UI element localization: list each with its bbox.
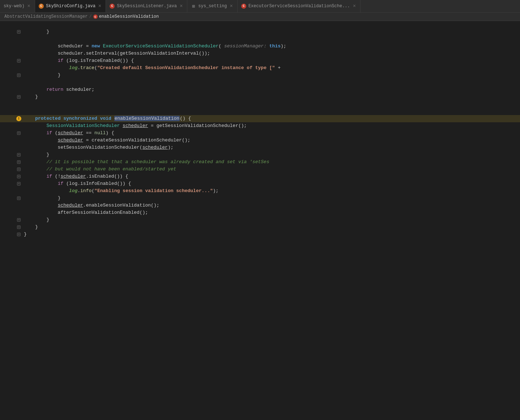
code-line: // it is possible that that a scheduler … [22,158,520,166]
line-number [0,50,15,57]
code-line-row: scheduler.setInterval(getSessionValidati… [0,50,520,57]
code-line: } [22,151,520,158]
line-number [0,122,15,130]
gutter-icons: − [15,195,22,202]
gutter-icons: − [15,231,22,238]
tab-shiro-config[interactable]: C SkyShiroConfig.java × [35,0,106,13]
code-line: afterSessionValidationEnabled(); [22,209,520,216]
code-line-row: − if (log.isTraceEnabled()) { [0,57,520,64]
fold-icon[interactable]: − [17,160,21,164]
gutter-icons [15,35,22,43]
fold-icon[interactable]: − [17,175,21,178]
fold-icon[interactable]: − [17,218,21,222]
fold-icon[interactable]: − [17,73,21,77]
code-line-row: − } [0,216,520,224]
code-line-row [0,108,520,115]
gutter-icons [15,86,22,93]
line-number [0,231,15,238]
code-line: log.trace("Created default SessionValida… [22,64,520,72]
line-number [0,28,15,35]
code-line: if (!scheduler.isEnabled()) { [22,173,520,180]
tab-close-icon[interactable]: × [229,3,234,9]
tab-close-icon[interactable]: × [179,3,183,9]
gutter-icons [15,108,22,115]
gutter-icons [15,187,22,195]
code-line-row: − } [0,93,520,101]
tab-executor[interactable]: C ExecutorServiceSessionValidationSche..… [238,0,361,12]
gutter-icons [15,209,22,216]
fold-icon[interactable]: − [17,59,21,63]
code-line-row: − } [0,28,520,35]
fold-icon[interactable]: − [17,153,21,157]
tab-session-listener[interactable]: C SkySessionListener.java × [106,0,187,12]
code-line-row: scheduler = new ExecutorServiceSessionVa… [0,43,520,50]
gutter-icons [15,137,22,144]
gutter-icons [15,64,22,72]
code-line-row: log.info("Enabling session validation sc… [0,187,520,195]
gutter-icons [15,122,22,130]
code-line-row [0,21,520,28]
tab-type-icon: ⊞ [191,4,196,9]
line-number [0,21,15,28]
line-number [0,158,15,166]
fold-icon[interactable]: − [17,182,21,186]
code-line-row: scheduler = createSessionValidationSched… [0,137,520,144]
code-line: } [22,195,520,202]
fold-icon[interactable]: − [17,225,21,229]
tab-label: SkyShiroConfig.java [46,4,95,9]
line-number [0,79,15,86]
line-number [0,173,15,180]
code-line [22,21,520,28]
code-line-row: − } [0,224,520,231]
fold-icon[interactable]: − [17,167,21,171]
tab-sky-web[interactable]: sky-web) × [0,0,35,12]
line-number [0,115,15,122]
fold-icon[interactable]: − [17,95,21,99]
line-number [0,130,15,137]
tab-close-icon[interactable]: × [27,3,31,9]
tab-sys-setting[interactable]: ⊞ sys_setting × [187,0,238,12]
code-line-row: − if (!scheduler.isEnabled()) { [0,173,520,180]
code-line: // but would not have been enabled/start… [22,166,520,173]
gutter-icons [15,202,22,209]
line-number [0,43,15,50]
line-number [0,64,15,72]
code-line-row: scheduler.enableSessionValidation(); [0,202,520,209]
line-number [0,137,15,144]
code-line [22,108,520,115]
code-line: if (scheduler == null) { [22,130,520,137]
gutter-icons: − [15,173,22,180]
gutter-icons: − [15,93,22,101]
line-number [0,101,15,108]
code-line-row: − // but would not have been enabled/sta… [0,166,520,173]
gutter-icons [15,50,22,57]
code-line: } [22,28,520,35]
gutter-icons: − [15,180,22,187]
gutter-icons: − [15,216,22,224]
tab-close-icon[interactable]: × [98,3,102,9]
code-line-row [0,35,520,43]
code-line-row: afterSessionValidationEnabled(); [0,209,520,216]
code-line-row: − // it is possible that that a schedule… [0,158,520,166]
tab-type-icon: C [39,4,44,9]
fold-icon[interactable]: − [17,233,21,236]
tab-close-icon[interactable]: × [352,3,357,9]
tab-label: sky-web) [4,4,25,9]
code-line-row: − } [0,151,520,158]
code-line-row: SessionValidationScheduler scheduler = g… [0,122,520,130]
fold-icon[interactable]: − [17,30,21,34]
line-number [0,57,15,64]
line-number [0,144,15,151]
gutter-icons: − [15,28,22,35]
line-number [0,35,15,43]
line-number [0,195,15,202]
code-line: if (log.isInfoEnabled()) { [22,180,520,187]
line-number [0,93,15,101]
code-line: scheduler = createSessionValidationSched… [22,137,520,144]
fold-icon[interactable]: − [17,131,21,135]
line-number [0,224,15,231]
code-line-row-method-decl: ! protected synchronized void enableSess… [0,115,520,122]
line-number [0,202,15,209]
fold-icon[interactable]: − [17,196,21,200]
code-line: return scheduler; [22,86,520,93]
